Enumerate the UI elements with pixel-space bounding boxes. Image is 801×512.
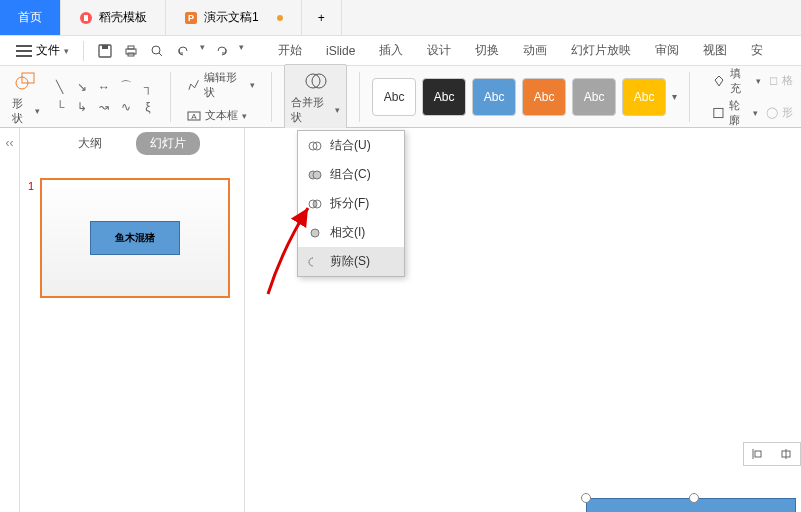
freeform-icon[interactable]: ξ bbox=[138, 98, 158, 116]
merge-shapes-dropdown: 结合(U) 组合(C) 拆分(F) 相交(I) 剪除(S) bbox=[297, 130, 405, 277]
thumbnail-tabs: 大纲 幻灯片 bbox=[20, 128, 244, 158]
fill-outline-group: 填充▾ ◻ 格 轮廓▾ ◯ 形 bbox=[712, 66, 793, 128]
print-icon[interactable] bbox=[122, 42, 140, 60]
line-icon[interactable]: ╲ bbox=[50, 78, 70, 96]
chevron-left-icon: ‹‹ bbox=[6, 136, 14, 512]
svg-point-15 bbox=[312, 74, 326, 88]
format-icon[interactable]: ◻ bbox=[769, 74, 778, 87]
svg-point-8 bbox=[152, 46, 160, 54]
union-icon bbox=[308, 139, 322, 153]
menu-fragment[interactable]: 拆分(F) bbox=[298, 189, 404, 218]
curve-icon[interactable]: ⌒ bbox=[116, 78, 136, 96]
edit-shape-button[interactable]: 编辑形状 ▾ bbox=[183, 68, 259, 102]
file-menu-button[interactable]: 文件 ▾ bbox=[10, 38, 75, 63]
format-label: 格 bbox=[782, 73, 793, 88]
menu-start[interactable]: 开始 bbox=[268, 38, 312, 63]
tab-new[interactable]: + bbox=[302, 0, 342, 35]
slide-thumbnail-panel: 大纲 幻灯片 1 鱼木混猪 bbox=[20, 128, 245, 512]
merge-shapes-button[interactable]: 合并形状▾ bbox=[284, 64, 347, 130]
plus-icon: + bbox=[318, 11, 325, 25]
arrow-line-icon[interactable]: ↘ bbox=[72, 78, 92, 96]
slide-thumbnail-1[interactable]: 鱼木混猪 bbox=[40, 178, 230, 298]
collapse-panel-button[interactable]: ‹‹ bbox=[0, 128, 20, 512]
elbow-arrow-icon[interactable]: ↳ bbox=[72, 98, 92, 116]
menu-animation[interactable]: 动画 bbox=[513, 38, 557, 63]
menu-intersect-label: 相交(I) bbox=[330, 224, 365, 241]
curve-arrow-icon[interactable]: ↝ bbox=[94, 98, 114, 116]
s-curve-icon[interactable]: ∿ bbox=[116, 98, 136, 116]
svg-line-9 bbox=[159, 53, 162, 56]
save-icon[interactable] bbox=[96, 42, 114, 60]
file-label: 文件 bbox=[36, 42, 60, 59]
undo-caret-icon[interactable]: ▾ bbox=[200, 42, 205, 60]
fill-button[interactable]: 填充▾ ◻ 格 bbox=[712, 66, 793, 96]
text-box-button[interactable]: A 文本框 ▾ bbox=[183, 106, 259, 125]
divider bbox=[83, 41, 84, 61]
menu-union[interactable]: 结合(U) bbox=[298, 131, 404, 160]
tab-templates[interactable]: 稻壳模板 bbox=[61, 0, 166, 35]
undo-icon[interactable] bbox=[174, 42, 192, 60]
shape-style-2[interactable]: Abc bbox=[422, 78, 466, 116]
menu-security[interactable]: 安 bbox=[741, 38, 773, 63]
insert-shape-button[interactable]: 形状▾ bbox=[8, 66, 44, 128]
gallery-expand-icon[interactable]: ▾ bbox=[672, 91, 677, 102]
menu-subtract[interactable]: 剪除(S) bbox=[298, 247, 404, 276]
shape-style-1[interactable]: Abc bbox=[372, 78, 416, 116]
menu-design[interactable]: 设计 bbox=[417, 38, 461, 63]
tab-home-label: 首页 bbox=[18, 9, 42, 26]
svg-text:P: P bbox=[188, 13, 194, 23]
separator bbox=[359, 72, 360, 122]
redo-caret-icon[interactable]: ▾ bbox=[239, 42, 244, 60]
menu-insert[interactable]: 插入 bbox=[369, 38, 413, 63]
menu-slideshow[interactable]: 幻灯片放映 bbox=[561, 38, 641, 63]
outline-button[interactable]: 轮廓▾ ◯ 形 bbox=[712, 98, 793, 128]
combine-icon bbox=[308, 168, 322, 182]
align-center-icon[interactable] bbox=[779, 447, 793, 461]
tab-outline[interactable]: 大纲 bbox=[64, 132, 116, 155]
tab-slides[interactable]: 幻灯片 bbox=[136, 132, 200, 155]
resize-handle[interactable] bbox=[581, 493, 591, 503]
shape-style-6[interactable]: Abc bbox=[622, 78, 666, 116]
svg-rect-16 bbox=[714, 108, 723, 117]
presentation-icon: P bbox=[184, 11, 198, 25]
menu-transition[interactable]: 切换 bbox=[465, 38, 509, 63]
shape-edit-group: 编辑形状 ▾ A 文本框 ▾ bbox=[183, 68, 259, 125]
svg-rect-6 bbox=[128, 46, 134, 49]
title-tab-bar: 首页 稻壳模板 P 演示文稿1 + bbox=[0, 0, 801, 36]
menu-subtract-label: 剪除(S) bbox=[330, 253, 370, 270]
svg-rect-4 bbox=[102, 45, 108, 49]
slide-number: 1 bbox=[28, 178, 40, 492]
double-arrow-icon[interactable]: ↔ bbox=[94, 78, 114, 96]
separator bbox=[271, 72, 272, 122]
align-left-icon[interactable] bbox=[751, 447, 765, 461]
shape-style-3[interactable]: Abc bbox=[472, 78, 516, 116]
subtract-icon bbox=[308, 255, 322, 269]
redo-icon[interactable] bbox=[213, 42, 231, 60]
menu-view[interactable]: 视图 bbox=[693, 38, 737, 63]
selected-shape-group[interactable]: 鱼 bbox=[586, 490, 801, 512]
line-shapes-gallery[interactable]: ╲ ↘ ↔ ⌒ ┐ └ ↳ ↝ ∿ ξ bbox=[50, 78, 158, 116]
caret-down-icon: ▾ bbox=[64, 46, 69, 56]
modified-dot-icon bbox=[277, 15, 283, 21]
menu-islide[interactable]: iSlide bbox=[316, 40, 365, 62]
menu-review[interactable]: 审阅 bbox=[645, 38, 689, 63]
tab-document[interactable]: P 演示文稿1 bbox=[166, 0, 302, 35]
tab-document-label: 演示文稿1 bbox=[204, 9, 259, 26]
effects-icon[interactable]: ◯ bbox=[766, 106, 778, 119]
shape-style-4[interactable]: Abc bbox=[522, 78, 566, 116]
menu-intersect[interactable]: 相交(I) bbox=[298, 218, 404, 247]
tab-templates-label: 稻壳模板 bbox=[99, 9, 147, 26]
thumbnail-list: 1 鱼木混猪 bbox=[20, 158, 244, 512]
connector-icon[interactable]: ┐ bbox=[138, 78, 158, 96]
shape-style-5[interactable]: Abc bbox=[572, 78, 616, 116]
preview-icon[interactable] bbox=[148, 42, 166, 60]
elbow-icon[interactable]: └ bbox=[50, 98, 70, 116]
effects-label: 形 bbox=[782, 105, 793, 120]
svg-point-14 bbox=[306, 74, 320, 88]
resize-handle[interactable] bbox=[689, 493, 699, 503]
intersect-icon bbox=[308, 226, 322, 240]
tab-home[interactable]: 首页 bbox=[0, 0, 61, 35]
menu-combine[interactable]: 组合(C) bbox=[298, 160, 404, 189]
menu-fragment-label: 拆分(F) bbox=[330, 195, 369, 212]
svg-point-24 bbox=[313, 171, 321, 179]
